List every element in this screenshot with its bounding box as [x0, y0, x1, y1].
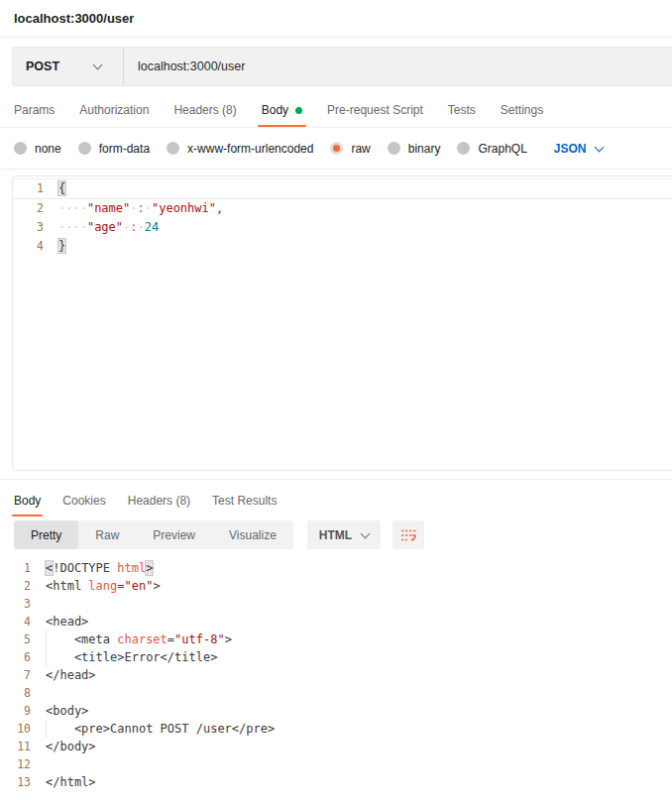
chevron-down-icon — [361, 528, 371, 538]
raw-language-select[interactable]: JSON — [554, 142, 603, 156]
line-number: 10 — [0, 720, 46, 738]
response-language-label: HTML — [319, 528, 352, 542]
line-number: 1 — [0, 559, 46, 577]
line-number: 3 — [0, 595, 46, 613]
response-language-select[interactable]: HTML — [307, 520, 381, 549]
tab-label: Headers (8) — [173, 103, 236, 117]
url-input[interactable]: localhost:3000/user — [124, 59, 245, 73]
body-type-graphql[interactable]: GraphQL — [457, 142, 526, 156]
line-number: 11 — [0, 738, 46, 755]
code-line: 3····"age"·:·24 — [13, 218, 672, 237]
raw-language-label: JSON — [554, 142, 587, 156]
code-line: 12 — [0, 755, 672, 773]
radio-icon — [78, 142, 91, 155]
radio-label: x-www-form-urlencoded — [187, 142, 313, 156]
code-line: 2····"name"·:·"yeonhwi", — [13, 199, 672, 218]
radio-label: GraphQL — [478, 142, 526, 156]
tab-label: Settings — [501, 103, 543, 117]
view-raw[interactable]: Raw — [78, 520, 136, 549]
line-number: 9 — [0, 702, 46, 720]
tab-label: Authorization — [79, 103, 149, 117]
code-text: ····"name"·:·"yeonhwi", — [58, 199, 223, 218]
radio-label: raw — [351, 142, 370, 156]
code-text: ····"age"·:·24 — [58, 218, 159, 237]
body-type-binary[interactable]: binary — [388, 142, 441, 156]
request-tabs: ParamsAuthorizationHeaders (8)BodyPre-re… — [0, 94, 672, 128]
radio-icon — [14, 142, 27, 155]
request-bar: POST localhost:3000/user — [12, 47, 672, 86]
radio-icon — [457, 142, 470, 155]
tab-authorization[interactable]: Authorization — [79, 94, 149, 127]
code-line: 8 — [0, 684, 672, 702]
line-number: 8 — [0, 684, 46, 702]
body-type-options: noneform-datax-www-form-urlencodedrawbin… — [14, 142, 527, 156]
response-tab-test-results[interactable]: Test Results — [212, 488, 277, 517]
response-tab-headers-8[interactable]: Headers (8) — [128, 488, 190, 517]
view-visualize[interactable]: Visualize — [212, 520, 293, 549]
code-text: </head> — [46, 666, 96, 684]
code-text: <title>Error</title> — [46, 648, 217, 666]
wrap-text-button[interactable] — [392, 520, 424, 549]
request-tab-header: localhost:3000/user — [0, 0, 672, 38]
code-line: 4<head> — [0, 613, 672, 631]
radio-label: binary — [408, 142, 441, 156]
radio-icon — [388, 142, 400, 155]
code-text: </body> — [46, 738, 96, 755]
code-text: <body> — [46, 702, 88, 720]
line-number: 2 — [0, 577, 46, 595]
code-text: <meta charset="utf-8"> — [46, 631, 232, 648]
response-tab-body[interactable]: Body — [14, 488, 41, 517]
tab-headers-8[interactable]: Headers (8) — [173, 94, 236, 127]
response-view-switcher: PrettyRawPreviewVisualize — [14, 520, 293, 549]
method-selector[interactable]: POST — [13, 59, 94, 73]
body-type-x-www-form-urlencoded[interactable]: x-www-form-urlencoded — [167, 142, 313, 156]
line-number: 2 — [13, 199, 58, 218]
tab-label: Tests — [448, 103, 476, 117]
code-line: 4} — [13, 237, 672, 256]
radio-icon — [330, 142, 343, 155]
code-line: 1{ — [13, 178, 672, 199]
body-type-form-data[interactable]: form-data — [78, 142, 150, 156]
line-number: 7 — [0, 666, 46, 684]
view-preview[interactable]: Preview — [136, 520, 212, 549]
tab-pre-request-script[interactable]: Pre-request Script — [327, 94, 423, 127]
page-title: localhost:3000/user — [14, 11, 134, 26]
code-text: { — [58, 179, 65, 198]
code-line: 3 — [0, 595, 672, 613]
body-type-none[interactable]: none — [14, 142, 61, 156]
code-line: 5 <meta charset="utf-8"> — [0, 631, 672, 648]
wrap-text-icon — [400, 528, 417, 542]
chevron-down-icon — [594, 142, 604, 152]
response-tab-cookies[interactable]: Cookies — [62, 488, 105, 517]
request-body-editor[interactable]: 1{2····"name"·:·"yeonhwi",3····"age"·:·2… — [12, 175, 672, 471]
request-url-bar: POST localhost:3000/user — [0, 38, 672, 94]
line-number: 4 — [13, 237, 58, 256]
unsaved-body-dot — [295, 107, 302, 114]
tab-label: Body — [262, 103, 288, 117]
response-tabs: BodyCookiesHeaders (8)Test Results — [0, 480, 672, 517]
radio-icon — [167, 142, 179, 155]
line-number: 5 — [0, 631, 46, 648]
body-type-row: noneform-datax-www-form-urlencodedrawbin… — [0, 128, 672, 170]
tab-tests[interactable]: Tests — [448, 94, 476, 127]
line-number: 13 — [0, 773, 46, 791]
tab-label: Params — [14, 103, 55, 117]
body-type-raw[interactable]: raw — [330, 142, 370, 156]
code-text: } — [58, 237, 65, 256]
code-line: 13</html> — [0, 773, 672, 791]
tab-settings[interactable]: Settings — [501, 94, 543, 127]
code-text: <head> — [46, 613, 88, 631]
response-section: BodyCookiesHeaders (8)Test Results Prett… — [0, 479, 672, 791]
code-text: </html> — [46, 773, 96, 791]
code-text: <pre>Cannot POST /user</pre> — [46, 720, 275, 738]
code-line: 7</head> — [0, 666, 672, 684]
response-body-viewer: 1<!DOCTYPE html>2<html lang="en">34<head… — [0, 549, 672, 791]
view-pretty[interactable]: Pretty — [14, 520, 78, 549]
line-number: 3 — [13, 218, 58, 237]
code-line: 1<!DOCTYPE html> — [0, 559, 672, 577]
code-text: <!DOCTYPE html> — [46, 559, 153, 577]
tab-params[interactable]: Params — [14, 94, 55, 127]
radio-label: form-data — [99, 142, 150, 156]
chevron-down-icon[interactable] — [93, 60, 103, 70]
tab-body[interactable]: Body — [262, 94, 302, 127]
